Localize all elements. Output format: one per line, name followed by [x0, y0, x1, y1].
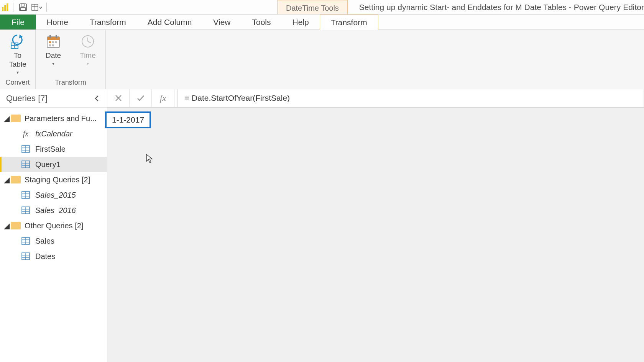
formula-text: = Date.StartOfYear(FirstSale)	[185, 93, 290, 103]
folder-icon	[11, 176, 21, 183]
table-icon	[21, 191, 31, 199]
tab-file[interactable]: File	[0, 15, 36, 29]
query-item-label: Sales	[35, 237, 54, 246]
queries-pane: Queries [7] ◢ Parameters and Fu... fx fx…	[0, 89, 107, 362]
svg-rect-2	[7, 3, 8, 11]
time-label: Time	[80, 51, 96, 60]
to-table-icon	[9, 33, 26, 50]
folder-icon	[11, 222, 21, 229]
save-button[interactable]	[17, 2, 29, 13]
table-icon	[21, 252, 31, 260]
date-dropdown-icon: ▾	[52, 61, 54, 66]
ribbon-tabs: File Home Transform Add Column View Tool…	[0, 15, 644, 30]
query-group-other[interactable]: ◢ Other Queries [2]	[0, 218, 107, 233]
ribbon: To Table ▾ Convert Date ▾ Time ▾ Tran	[0, 30, 644, 89]
query-group-label: Other Queries [2]	[25, 221, 83, 230]
query-group-staging[interactable]: ◢ Staging Queries [2]	[0, 172, 107, 187]
tab-file-label: File	[12, 18, 25, 27]
query-item-query1[interactable]: Query1	[0, 157, 107, 172]
query-item-label: Query1	[35, 160, 61, 169]
content-area: fx = Date.StartOfYear(FirstSale) 1-1-201…	[107, 89, 644, 362]
svg-line-23	[88, 41, 91, 43]
main-area: Queries [7] ◢ Parameters and Fu... fx fx…	[0, 89, 644, 362]
app-icon	[2, 3, 9, 11]
time-button: Time ▾	[74, 33, 102, 66]
folder-icon	[11, 115, 21, 122]
result-preview: 1-1-2017	[107, 108, 644, 362]
tab-help[interactable]: Help	[282, 15, 320, 29]
query-item-label: Sales_2015	[35, 191, 76, 200]
query-group-parameters[interactable]: ◢ Parameters and Fu...	[0, 111, 107, 126]
queries-header-label: Queries [7]	[6, 93, 48, 103]
tab-tools-label: Tools	[252, 18, 271, 27]
function-icon: fx	[21, 129, 31, 138]
table-icon	[21, 145, 31, 153]
queries-tree: ◢ Parameters and Fu... fx fxCalendar Fir…	[0, 108, 107, 267]
query-item-sales[interactable]: Sales	[0, 233, 107, 249]
chevron-down-icon: ◢	[4, 175, 11, 184]
svg-rect-18	[55, 41, 57, 43]
collapse-pane-button[interactable]	[91, 93, 103, 103]
query-group-label: Staging Queries [2]	[25, 175, 90, 184]
tab-help-label: Help	[292, 18, 309, 27]
tab-transform-label: Transform	[90, 18, 126, 27]
time-dropdown-icon: ▾	[87, 61, 89, 66]
tab-view[interactable]: View	[202, 15, 241, 29]
result-value-cell[interactable]: 1-1-2017	[105, 111, 151, 128]
tab-datetime-transform-label: Transform	[331, 18, 367, 27]
svg-rect-15	[56, 35, 57, 38]
query-item-fxcalendar[interactable]: fx fxCalendar	[0, 126, 107, 141]
result-value: 1-1-2017	[112, 115, 144, 124]
ribbon-group-transform-label: Transform	[39, 77, 102, 87]
tab-transform[interactable]: Transform	[79, 15, 137, 29]
to-table-button[interactable]: To Table ▾	[4, 33, 31, 75]
query-item-label: FirstSale	[35, 145, 66, 154]
query-item-label: fxCalendar	[35, 129, 72, 138]
commit-formula-button[interactable]	[130, 89, 152, 107]
ribbon-group-convert: To Table ▾ Convert	[0, 30, 36, 89]
chevron-down-icon: ◢	[4, 114, 11, 123]
svg-rect-19	[49, 44, 51, 46]
query-item-sales2016[interactable]: Sales_2016	[0, 203, 107, 218]
chevron-down-icon: ◢	[4, 221, 11, 230]
query-item-label: Dates	[35, 252, 55, 261]
undo-dropdown-button[interactable]	[31, 2, 43, 13]
svg-rect-0	[2, 7, 3, 11]
svg-rect-1	[4, 5, 6, 11]
qat-divider	[13, 3, 13, 12]
query-item-firstsale[interactable]: FirstSale	[0, 141, 107, 157]
tab-home-label: Home	[47, 18, 68, 27]
table-icon	[21, 237, 31, 245]
tab-home[interactable]: Home	[36, 15, 79, 29]
calendar-icon	[45, 33, 62, 50]
quick-access-toolbar	[0, 0, 50, 14]
to-table-dropdown-icon: ▾	[16, 70, 19, 75]
svg-rect-16	[49, 41, 51, 43]
tab-datetime-transform[interactable]: Transform	[320, 15, 378, 30]
svg-rect-4	[21, 4, 24, 6]
ribbon-group-transform: Date ▾ Time ▾ Transform	[36, 30, 106, 89]
formula-bar-buttons: fx	[107, 89, 174, 107]
table-icon	[21, 206, 31, 215]
window-title: Setting up dynamic Start- and Enddates f…	[348, 0, 644, 14]
fx-button[interactable]: fx	[152, 89, 174, 107]
contextual-tab-label: DateTime Tools	[286, 4, 339, 13]
contextual-tab-header: DateTime Tools	[277, 0, 348, 14]
tab-view-label: View	[213, 18, 230, 27]
formula-bar: fx = Date.StartOfYear(FirstSale)	[107, 89, 644, 108]
cancel-formula-button[interactable]	[107, 89, 130, 107]
queries-header: Queries [7]	[0, 89, 107, 108]
date-label: Date	[46, 51, 61, 60]
query-item-sales2015[interactable]: Sales_2015	[0, 187, 107, 203]
formula-input[interactable]: = Date.StartOfYear(FirstSale)	[177, 89, 644, 107]
date-button[interactable]: Date ▾	[39, 33, 67, 66]
qat-divider-2	[46, 3, 47, 12]
svg-rect-5	[21, 8, 25, 10]
query-item-dates[interactable]: Dates	[0, 249, 107, 264]
tab-add-column[interactable]: Add Column	[137, 15, 203, 29]
query-group-label: Parameters and Fu...	[25, 114, 97, 123]
tab-tools[interactable]: Tools	[241, 15, 281, 29]
table-icon	[21, 160, 31, 169]
mouse-cursor-icon	[146, 154, 153, 164]
title-bar: DateTime Tools Setting up dynamic Start-…	[0, 0, 644, 15]
